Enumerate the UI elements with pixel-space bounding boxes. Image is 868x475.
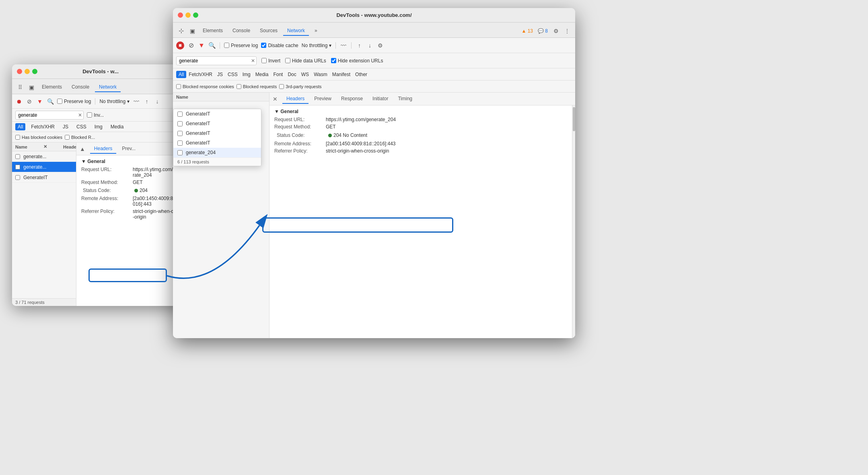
front-invert-label[interactable]: Invert <box>261 58 280 64</box>
back-chip-blocked-r[interactable]: Blocked R... <box>65 135 95 140</box>
front-blocked-requests-cb[interactable] <box>237 84 241 89</box>
front-blocked-cookies-cb[interactable] <box>176 84 181 89</box>
front-wifi-icon[interactable]: 〰 <box>340 42 347 49</box>
front-tab-console[interactable]: Console <box>228 26 254 36</box>
back-network-item-3[interactable]: GenerateIT <box>12 172 76 183</box>
front-filter-icon[interactable]: ▼ <box>198 42 205 49</box>
front-filter-media[interactable]: Media <box>253 71 271 78</box>
back-item2-cb[interactable] <box>15 165 20 169</box>
back-item1-cb[interactable] <box>15 154 20 159</box>
back-device-icon[interactable]: ▣ <box>27 83 36 92</box>
front-search-icon[interactable]: 🔍 <box>208 42 216 49</box>
back-chip-blocked-r-cb[interactable] <box>65 135 70 140</box>
back-network-item-1[interactable]: generate... <box>12 151 76 162</box>
back-filter-media[interactable]: Media <box>108 123 126 130</box>
front-filter-font[interactable]: Font <box>271 71 285 78</box>
front-scrollbar[interactable] <box>572 105 575 338</box>
dropdown-item1-cb[interactable] <box>177 112 183 117</box>
front-device-icon[interactable]: ▣ <box>187 26 197 36</box>
back-preserve-log-label[interactable]: Preserve log <box>57 99 91 104</box>
back-invert-checkbox[interactable] <box>87 112 92 118</box>
front-panel-tab-headers[interactable]: Headers <box>282 94 309 104</box>
back-tab-network[interactable]: Network <box>95 83 121 92</box>
front-close-button[interactable] <box>178 12 183 18</box>
front-filter-all[interactable]: All <box>176 71 186 78</box>
front-filter-css[interactable]: CSS <box>225 71 240 78</box>
back-chip-blocked-cookies-cb[interactable] <box>15 135 20 140</box>
front-panel-close-icon[interactable]: ✕ <box>273 96 278 102</box>
front-disable-cache-label[interactable]: Disable cache <box>261 43 298 48</box>
front-filter-fetch[interactable]: Fetch/XHR <box>186 71 215 78</box>
back-minimize-button[interactable] <box>25 69 30 74</box>
back-panel-close[interactable]: ▲ <box>80 146 85 152</box>
front-filter-doc[interactable]: Doc <box>285 71 298 78</box>
dropdown-item-generate204-cb[interactable] <box>177 150 183 155</box>
front-search-input[interactable] <box>176 56 257 65</box>
front-clear-icon[interactable]: ⊘ <box>187 42 195 49</box>
back-upload-icon[interactable]: ↑ <box>143 98 150 105</box>
front-panel-tab-timing[interactable]: Timing <box>394 94 416 104</box>
back-maximize-button[interactable] <box>32 69 37 74</box>
front-minimize-button[interactable] <box>185 12 191 18</box>
back-filter-js[interactable]: JS <box>60 123 71 130</box>
back-search-icon[interactable]: 🔍 <box>47 98 54 105</box>
front-hide-data-urls-cb[interactable] <box>285 58 290 63</box>
back-invert-label[interactable]: Inv... <box>87 112 104 118</box>
front-3rd-party-cb[interactable] <box>279 84 284 89</box>
back-chip-blocked-cookies[interactable]: Has blocked cookies <box>15 135 62 140</box>
front-cursor-icon[interactable]: ⊹ <box>176 26 186 36</box>
back-clear-icon[interactable]: ⊘ <box>26 98 33 105</box>
back-filter-css[interactable]: CSS <box>74 123 89 130</box>
dropdown-item4-cb[interactable] <box>177 140 183 146</box>
dropdown-item-1[interactable]: GenerateIT <box>173 109 261 119</box>
front-tab-more[interactable]: » <box>311 26 321 36</box>
front-hide-ext-urls-cb[interactable] <box>331 58 336 63</box>
back-throttle-select[interactable]: No throttling ▾ <box>99 99 130 104</box>
back-panel-tab-headers[interactable]: Headers <box>90 144 116 154</box>
dropdown-item2-cb[interactable] <box>177 121 183 126</box>
front-filter-js[interactable]: JS <box>215 71 225 78</box>
front-panel-tab-initiator[interactable]: Initiator <box>368 94 392 104</box>
back-filter-all[interactable]: All <box>15 123 25 130</box>
front-messages-badge[interactable]: 💬 8 <box>536 26 549 36</box>
back-preserve-log-checkbox[interactable] <box>57 99 62 104</box>
back-filter-fetch[interactable]: Fetch/XHR <box>29 123 57 130</box>
back-item3-cb[interactable] <box>15 175 20 180</box>
back-tab-elements[interactable]: Elements <box>38 83 66 92</box>
dropdown-item-generate204[interactable]: generate_204 <box>173 148 261 157</box>
back-panel-tab-preview[interactable]: Prev... <box>118 144 140 154</box>
dropdown-item-3[interactable]: GenerateIT <box>173 128 261 138</box>
front-filter-other[interactable]: Other <box>353 71 370 78</box>
front-panel-tab-response[interactable]: Response <box>337 94 367 104</box>
back-close-button[interactable] <box>17 69 22 74</box>
back-filter-img[interactable]: Img <box>92 123 105 130</box>
front-preserve-log-label[interactable]: Preserve log <box>224 43 258 48</box>
front-hide-ext-urls-label[interactable]: Hide extension URLs <box>331 58 383 64</box>
back-inspect-icon[interactable]: ⠿ <box>15 83 25 92</box>
front-upload-icon[interactable]: ↑ <box>356 42 363 49</box>
back-search-input[interactable] <box>15 111 84 120</box>
front-tab-sources[interactable]: Sources <box>256 26 282 36</box>
front-filter-manifest[interactable]: Manifest <box>330 71 353 78</box>
back-stop-icon[interactable]: ⏺ <box>15 98 23 105</box>
dropdown-item-2[interactable]: GenerateIT <box>173 119 261 128</box>
front-search-clear[interactable]: ✕ <box>251 58 255 64</box>
front-settings-icon[interactable]: ⚙ <box>551 26 561 36</box>
back-filter-icon[interactable]: ▼ <box>36 98 43 105</box>
front-preserve-log-cb[interactable] <box>224 43 229 48</box>
back-wifi-icon[interactable]: 〰 <box>133 98 140 105</box>
front-tab-network[interactable]: Network <box>283 26 309 36</box>
dropdown-item-4[interactable]: GenerateIT <box>173 138 261 148</box>
front-panel-tab-preview[interactable]: Preview <box>310 94 335 104</box>
front-blocked-response-cookies[interactable]: Blocked response cookies <box>176 84 234 89</box>
front-scroll-thumb[interactable] <box>573 107 575 131</box>
front-filter-img[interactable]: Img <box>240 71 253 78</box>
front-disable-cache-cb[interactable] <box>261 43 266 48</box>
front-filter-wasm[interactable]: Wasm <box>311 71 330 78</box>
front-warnings-badge[interactable]: ▲ 13 <box>520 26 535 36</box>
back-network-item-2[interactable]: generate... <box>12 162 76 172</box>
back-tab-console[interactable]: Console <box>68 83 93 92</box>
front-tab-elements[interactable]: Elements <box>199 26 227 36</box>
front-hide-data-urls-label[interactable]: Hide data URLs <box>285 58 326 64</box>
back-search-clear[interactable]: ✕ <box>78 112 82 118</box>
